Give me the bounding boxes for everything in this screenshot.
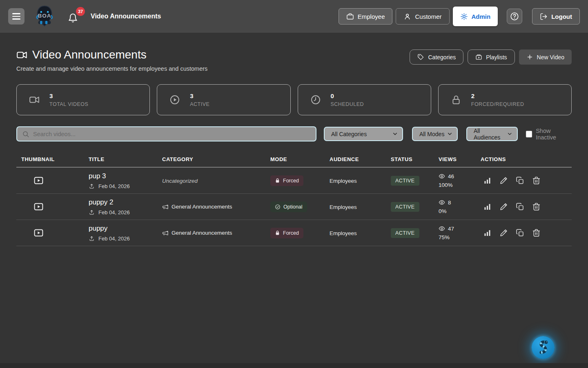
videos-table: THUMBNAIL TITLE CATEGORY MODE AUDIENCE S… xyxy=(16,151,572,246)
video-category: General Announcements xyxy=(162,204,265,210)
video-icon xyxy=(29,94,40,105)
mode-badge: Forced xyxy=(270,175,303,186)
categories-button[interactable]: Categories xyxy=(410,49,463,65)
playlist-icon xyxy=(475,54,482,61)
analytics-button[interactable] xyxy=(483,229,492,237)
page-subtitle: Create and manage video announcements fo… xyxy=(16,65,207,72)
views-cell: 47 75% xyxy=(434,225,476,240)
mode-badge: Optional xyxy=(270,202,307,212)
edit-button[interactable] xyxy=(499,202,508,211)
navbar-title: Video Announcements xyxy=(91,13,161,20)
stat-value: 3 xyxy=(49,92,88,99)
upload-icon xyxy=(89,236,95,242)
copy-icon xyxy=(516,202,524,211)
new-video-button[interactable]: New Video xyxy=(519,49,572,65)
notification-count-badge: 37 xyxy=(76,7,85,16)
completion-percent: 75% xyxy=(439,234,476,240)
col-actions: ACTIONS xyxy=(476,156,572,162)
trash-icon xyxy=(532,202,541,211)
view-count: 47 xyxy=(448,226,454,232)
video-title: pup 3 xyxy=(89,172,157,180)
delete-button[interactable] xyxy=(532,202,541,211)
play-circle-icon xyxy=(169,94,180,105)
search-icon xyxy=(22,130,29,138)
status-badge: ACTIVE xyxy=(391,228,419,238)
question-icon xyxy=(510,12,519,21)
analytics-button[interactable] xyxy=(483,176,492,185)
table-row: puppy 2 Feb 04, 2026 General Announcemen… xyxy=(16,194,572,220)
chevron-down-icon xyxy=(507,131,512,137)
video-thumbnail-play-icon[interactable] xyxy=(33,175,44,186)
edit-button[interactable] xyxy=(499,176,508,185)
logout-icon xyxy=(540,13,548,20)
edit-button[interactable] xyxy=(499,229,508,237)
video-category: General Announcements xyxy=(162,230,265,236)
upload-icon xyxy=(89,209,95,215)
duplicate-button[interactable] xyxy=(516,229,524,237)
show-inactive-label: Show Inactive xyxy=(536,128,572,141)
analytics-button[interactable] xyxy=(483,202,492,211)
table-header-row: THUMBNAIL TITLE CATEGORY MODE AUDIENCE S… xyxy=(16,151,572,168)
employee-label: Employee xyxy=(358,13,385,20)
chevron-down-icon xyxy=(447,131,453,137)
tag-icon xyxy=(417,54,424,61)
views-cell: 46 100% xyxy=(434,173,476,188)
logout-button[interactable]: Logout xyxy=(532,8,580,25)
stat-value: 2 xyxy=(471,92,524,99)
video-title: puppy 2 xyxy=(89,198,157,206)
admin-view-button[interactable]: Admin xyxy=(453,7,498,26)
audience-filter-select[interactable]: All Audiences xyxy=(466,127,518,141)
help-button[interactable] xyxy=(507,9,522,24)
pencil-icon xyxy=(499,229,508,237)
stats-row: 3 TOTAL VIDEOS 3 ACTIVE 0 SCHEDULED 2 FO… xyxy=(16,84,572,115)
lock-icon xyxy=(275,230,280,236)
table-row: puppy Feb 04, 2026 General Announcements… xyxy=(16,220,572,246)
megaphone-icon xyxy=(162,230,169,236)
table-row: pup 3 Feb 04, 2026 Uncategorized Forced … xyxy=(16,168,572,194)
col-views: VIEWS xyxy=(434,156,476,162)
col-audience: AUDIENCE xyxy=(325,156,386,162)
col-status: STATUS xyxy=(386,156,434,162)
delete-button[interactable] xyxy=(532,176,541,185)
chart-icon xyxy=(483,229,492,237)
copy-icon xyxy=(516,229,524,237)
video-date: Feb 04, 2026 xyxy=(98,183,130,189)
gear-icon xyxy=(460,13,468,20)
category-filter-select[interactable]: All Categories xyxy=(324,127,403,141)
employee-view-button[interactable]: Employee xyxy=(339,8,393,25)
customer-label: Customer xyxy=(415,13,441,20)
duplicate-button[interactable] xyxy=(516,202,524,211)
views-cell: 8 0% xyxy=(434,199,476,214)
lock-icon xyxy=(451,94,461,105)
trash-icon xyxy=(532,229,541,237)
stat-label: FORCED/REQUIRED xyxy=(471,101,524,107)
bottom-strip xyxy=(0,363,588,368)
admin-label: Admin xyxy=(472,13,491,20)
duplicate-button[interactable] xyxy=(516,176,524,185)
clock-icon xyxy=(310,94,321,105)
eye-icon xyxy=(439,225,445,232)
assistant-fab-button[interactable] xyxy=(532,336,555,359)
video-thumbnail-play-icon[interactable] xyxy=(33,228,44,238)
logout-label: Logout xyxy=(551,13,572,20)
show-inactive-checkbox[interactable] xyxy=(526,131,532,137)
pencil-icon xyxy=(499,202,508,211)
video-audience: Employees xyxy=(330,178,357,184)
pencil-icon xyxy=(499,176,508,185)
menu-button[interactable] xyxy=(8,8,24,25)
playlists-button[interactable]: Playlists xyxy=(468,49,514,65)
notifications-bell[interactable]: 37 xyxy=(68,9,80,23)
col-title: TITLE xyxy=(84,156,157,162)
megaphone-icon xyxy=(162,204,169,210)
delete-button[interactable] xyxy=(532,229,541,237)
customer-view-button[interactable]: Customer xyxy=(396,8,449,25)
video-thumbnail-play-icon[interactable] xyxy=(33,202,44,212)
categories-label: Categories xyxy=(428,54,456,61)
search-input[interactable] xyxy=(33,131,311,137)
new-video-label: New Video xyxy=(537,54,564,61)
mode-filter-select[interactable]: All Modes xyxy=(412,127,458,141)
stat-active: 3 ACTIVE xyxy=(157,84,290,115)
snake-icon xyxy=(532,336,555,359)
page-title: Video Announcements xyxy=(16,48,207,61)
top-navbar: BOA 37 Video Announcements Employee Cust… xyxy=(0,0,588,33)
